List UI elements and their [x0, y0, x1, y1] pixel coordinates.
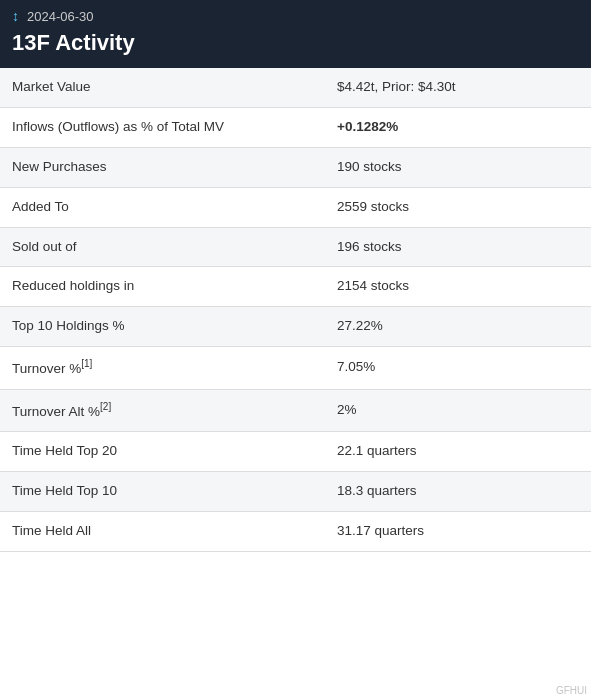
table-row: Market Value$4.42t, Prior: $4.30t — [0, 68, 591, 107]
sort-icon: ↕ — [12, 8, 19, 24]
row-label: Market Value — [0, 68, 325, 107]
row-value: 196 stocks — [325, 227, 591, 267]
row-value: 190 stocks — [325, 147, 591, 187]
row-value: 2559 stocks — [325, 187, 591, 227]
table-row: Turnover %[1]7.05% — [0, 347, 591, 389]
row-value: 2154 stocks — [325, 267, 591, 307]
table-row: Added To2559 stocks — [0, 187, 591, 227]
row-label: Reduced holdings in — [0, 267, 325, 307]
table-row: Reduced holdings in2154 stocks — [0, 267, 591, 307]
header-date: 2024-06-30 — [27, 9, 94, 24]
table-row: New Purchases190 stocks — [0, 147, 591, 187]
row-value: 2% — [325, 389, 591, 431]
table-row: Sold out of196 stocks — [0, 227, 591, 267]
header-top: ↕ 2024-06-30 — [12, 8, 579, 24]
row-label: Turnover Alt %[2] — [0, 389, 325, 431]
row-label: Time Held Top 20 — [0, 432, 325, 472]
activity-table: Market Value$4.42t, Prior: $4.30tInflows… — [0, 68, 591, 552]
row-value: $4.42t, Prior: $4.30t — [325, 68, 591, 107]
row-value: 7.05% — [325, 347, 591, 389]
row-value: 18.3 quarters — [325, 471, 591, 511]
row-label: Time Held Top 10 — [0, 471, 325, 511]
row-value: 31.17 quarters — [325, 511, 591, 551]
row-value: 22.1 quarters — [325, 432, 591, 472]
table-row: Time Held Top 2022.1 quarters — [0, 432, 591, 472]
watermark: GFHUI — [556, 685, 587, 696]
table-row: Time Held Top 1018.3 quarters — [0, 471, 591, 511]
row-label: Added To — [0, 187, 325, 227]
row-label: Turnover %[1] — [0, 347, 325, 389]
page-title: 13F Activity — [12, 28, 579, 64]
row-label: New Purchases — [0, 147, 325, 187]
row-label: Top 10 Holdings % — [0, 307, 325, 347]
row-value: 27.22% — [325, 307, 591, 347]
row-label: Inflows (Outflows) as % of Total MV — [0, 107, 325, 147]
header: ↕ 2024-06-30 13F Activity — [0, 0, 591, 68]
table-row: Turnover Alt %[2]2% — [0, 389, 591, 431]
row-label: Sold out of — [0, 227, 325, 267]
table-row: Time Held All31.17 quarters — [0, 511, 591, 551]
table-row: Inflows (Outflows) as % of Total MV+0.12… — [0, 107, 591, 147]
row-label: Time Held All — [0, 511, 325, 551]
row-value: +0.1282% — [325, 107, 591, 147]
table-row: Top 10 Holdings %27.22% — [0, 307, 591, 347]
